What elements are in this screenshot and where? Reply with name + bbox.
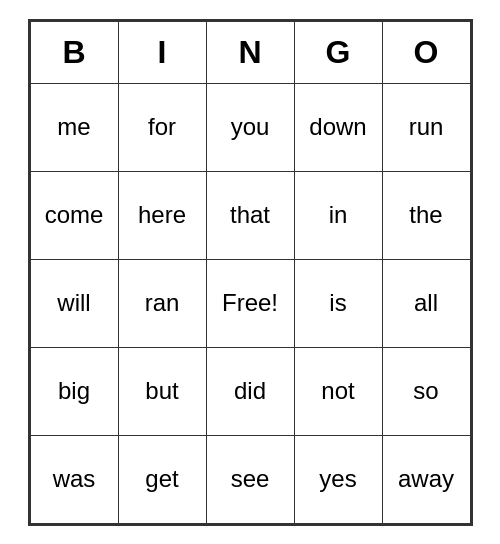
header-n: N <box>206 21 294 83</box>
table-cell: but <box>118 347 206 435</box>
header-row: B I N G O <box>30 21 470 83</box>
table-cell: for <box>118 83 206 171</box>
table-cell: is <box>294 259 382 347</box>
table-cell: get <box>118 435 206 523</box>
bingo-body: meforyoudownruncomeherethatinthewillranF… <box>30 83 470 523</box>
table-cell: did <box>206 347 294 435</box>
table-row: comeherethatinthe <box>30 171 470 259</box>
table-cell: away <box>382 435 470 523</box>
header-i: I <box>118 21 206 83</box>
table-cell: big <box>30 347 118 435</box>
header-b: B <box>30 21 118 83</box>
header-g: G <box>294 21 382 83</box>
table-cell: the <box>382 171 470 259</box>
table-cell: was <box>30 435 118 523</box>
header-o: O <box>382 21 470 83</box>
table-cell: me <box>30 83 118 171</box>
table-cell: all <box>382 259 470 347</box>
table-cell: come <box>30 171 118 259</box>
table-cell: that <box>206 171 294 259</box>
table-row: wasgetseeyesaway <box>30 435 470 523</box>
table-cell: here <box>118 171 206 259</box>
bingo-card: B I N G O meforyoudownruncomeherethatint… <box>28 19 473 526</box>
bingo-table: B I N G O meforyoudownruncomeherethatint… <box>30 21 471 524</box>
table-cell: yes <box>294 435 382 523</box>
table-row: meforyoudownrun <box>30 83 470 171</box>
table-cell: see <box>206 435 294 523</box>
table-cell: not <box>294 347 382 435</box>
table-row: bigbutdidnotso <box>30 347 470 435</box>
table-row: willranFree!isall <box>30 259 470 347</box>
table-cell: down <box>294 83 382 171</box>
table-cell: in <box>294 171 382 259</box>
table-cell: so <box>382 347 470 435</box>
table-cell: Free! <box>206 259 294 347</box>
table-cell: you <box>206 83 294 171</box>
table-cell: ran <box>118 259 206 347</box>
table-cell: will <box>30 259 118 347</box>
table-cell: run <box>382 83 470 171</box>
